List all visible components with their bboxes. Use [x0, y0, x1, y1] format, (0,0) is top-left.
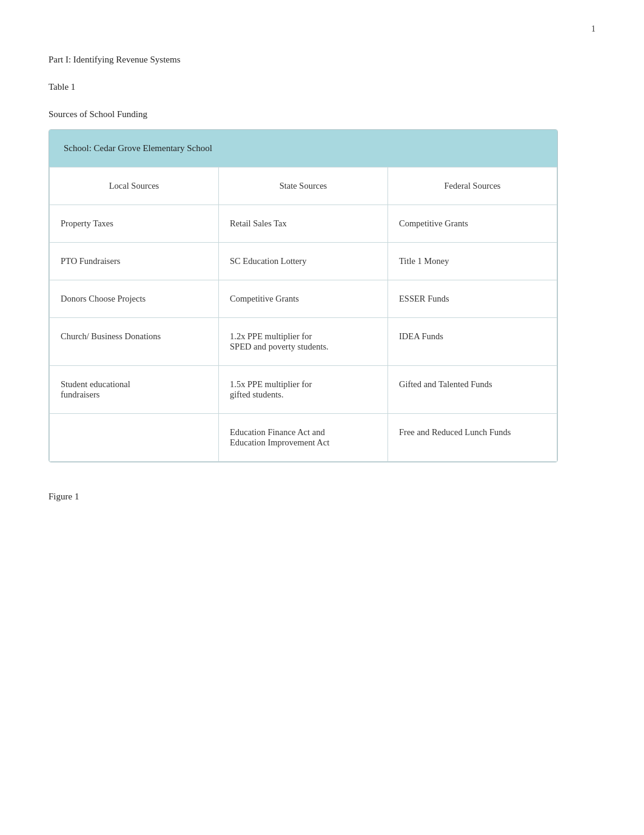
col-local-sources: Local Sources	[50, 167, 219, 205]
cell-local-3: Church/ Business Donations	[50, 318, 219, 366]
cell-federal-0: Competitive Grants	[388, 205, 557, 243]
page-number: 1	[591, 24, 595, 34]
cell-local-0: Property Taxes	[50, 205, 219, 243]
cell-state-4: 1.5x PPE multiplier forgifted students.	[219, 366, 388, 414]
cell-federal-3: IDEA Funds	[388, 318, 557, 366]
cell-state-1: SC Education Lottery	[219, 243, 388, 280]
school-header: School: Cedar Grove Elementary School	[49, 130, 557, 167]
cell-state-0: Retail Sales Tax	[219, 205, 388, 243]
cell-local-4: Student educationalfundraisers	[50, 366, 219, 414]
cell-state-5: Education Finance Act andEducation Impro…	[219, 414, 388, 462]
table-label: Table 1	[49, 82, 595, 92]
cell-local-5	[50, 414, 219, 462]
cell-federal-2: ESSER Funds	[388, 280, 557, 318]
table-caption: Sources of School Funding	[49, 109, 595, 120]
table-row: Donors Choose Projects Competitive Grant…	[50, 280, 557, 318]
col-state-sources: State Sources	[219, 167, 388, 205]
table-row: Student educationalfundraisers 1.5x PPE …	[50, 366, 557, 414]
table-row: Property Taxes Retail Sales Tax Competit…	[50, 205, 557, 243]
col-federal-sources: Federal Sources	[388, 167, 557, 205]
table-row: PTO Fundraisers SC Education Lottery Tit…	[50, 243, 557, 280]
cell-state-3: 1.2x PPE multiplier forSPED and poverty …	[219, 318, 388, 366]
table-row: Church/ Business Donations 1.2x PPE mult…	[50, 318, 557, 366]
table-header-row: Local Sources State Sources Federal Sour…	[50, 167, 557, 205]
funding-table: Local Sources State Sources Federal Sour…	[49, 167, 557, 462]
figure-label: Figure 1	[49, 492, 595, 502]
cell-federal-4: Gifted and Talented Funds	[388, 366, 557, 414]
cell-federal-5: Free and Reduced Lunch Funds	[388, 414, 557, 462]
funding-table-wrapper: School: Cedar Grove Elementary School Lo…	[49, 129, 558, 462]
table-row: Education Finance Act andEducation Impro…	[50, 414, 557, 462]
cell-local-1: PTO Fundraisers	[50, 243, 219, 280]
cell-state-2: Competitive Grants	[219, 280, 388, 318]
cell-federal-1: Title 1 Money	[388, 243, 557, 280]
part-title: Part I: Identifying Revenue Systems	[49, 55, 595, 65]
cell-local-2: Donors Choose Projects	[50, 280, 219, 318]
